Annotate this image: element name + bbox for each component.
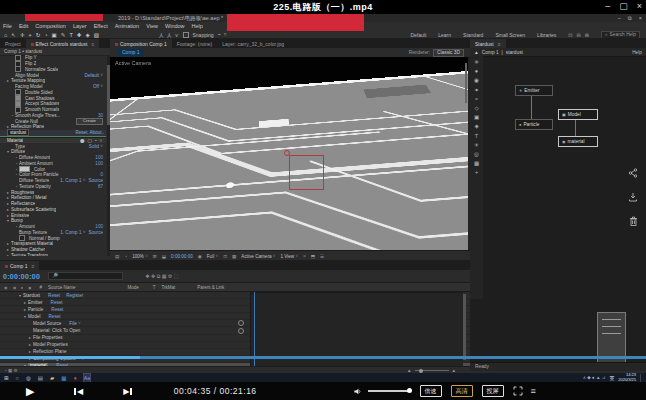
workspace-bar-icon-1[interactable]: ⊡ [568,32,572,38]
particle-node-tool-icon[interactable]: ● [475,68,478,74]
workspace-tab[interactable]: Learn [438,32,451,38]
reset-link[interactable]: Reset [49,314,61,319]
effect-property-row[interactable]: ▸ Texture Transform [0,253,106,257]
dropdown-value[interactable]: Solid [89,144,103,149]
menu-item[interactable]: View [146,23,158,29]
timeline-scrollbar[interactable] [463,294,466,360]
download-icon[interactable] [628,192,638,202]
file-explorer-icon[interactable]: ▰ [50,374,54,382]
stardust-breadcrumb-effect[interactable]: stardust [506,50,523,55]
puppet-advanced-tool-icon[interactable]: 人 [167,32,172,38]
previous-button[interactable]: ◀ [74,387,83,396]
reset-link[interactable]: Reset [56,363,68,366]
create-button[interactable]: Create [76,118,103,125]
menu-item[interactable]: Composition [35,23,66,29]
seek-bar[interactable] [0,356,646,359]
resolution-select[interactable]: Full [207,254,218,259]
tray-icons[interactable]: ∧ ◆ ● ▲ ⊿ [583,375,606,380]
input-language-indicator[interactable]: 英 [609,375,614,381]
workspace-tab[interactable]: Default [410,32,426,38]
node-material[interactable]: ◉ material [558,136,598,147]
tab-effect-controls[interactable]: Effect Controls stardust ≡ [26,39,100,48]
renderer-value[interactable]: Classic 3D [433,49,464,57]
comp-timecode[interactable]: 0:00:00:00 [171,254,193,259]
comp-tab[interactable]: Footage: (none) [172,39,218,48]
col-trkmat[interactable]: TrkMat [161,285,175,290]
menu-item[interactable]: Effect [94,23,108,29]
start-icon[interactable]: ⊞ [4,374,9,382]
col-mode[interactable]: Mode [127,285,138,290]
player-option-button[interactable]: 倍速 [420,385,442,397]
workspace-overflow-icon[interactable]: ⊞ [585,32,589,38]
node-model[interactable]: ▣ Model [558,109,598,120]
effect-property-row[interactable]: Material ⬤ ◯ ▪ ≡ [0,137,106,144]
extra-link[interactable]: Register [66,293,83,298]
timeline-ruler[interactable]: 01s02s03s04s05s [250,292,462,293]
player-option-button[interactable]: 投屏 [482,385,504,397]
checkbox[interactable] [15,107,21,113]
force-node-tool-icon[interactable]: ≈ [475,96,478,102]
tab-project[interactable]: Project [0,39,26,48]
comp-breadcrumb[interactable]: Comp 1 [118,49,144,56]
workspace-tab[interactable]: Standard [463,32,483,38]
menu-item[interactable]: Animation [115,23,139,29]
effect-property-row[interactable]: stardust Reset About.. [0,130,106,137]
fullscreen-icon[interactable] [513,386,523,396]
viewport-scrollbar[interactable] [465,63,467,103]
workspace-bar-icon-2[interactable]: ⊟ [577,32,581,38]
snap-edges-icon[interactable]: ⌁ [218,31,221,38]
zoom-select[interactable]: 100% [132,254,148,259]
menu-item[interactable]: Window [165,23,185,29]
player-option-button[interactable]: 高清 [451,385,473,397]
checkbox[interactable] [15,66,21,72]
grid-icon[interactable]: ⊞ [153,254,157,259]
emitter-node-tool-icon[interactable]: ✳ [474,59,479,65]
reset-link[interactable]: Reset [48,293,60,298]
hand-icon[interactable]: ◔ [124,254,127,259]
numeric-value[interactable]: 100 [95,155,103,160]
menu-item[interactable]: Edit [19,23,28,29]
roto-brush-tool-icon[interactable]: ⋎ [175,32,179,38]
menu-item[interactable]: Layer [73,23,87,29]
view-layout-select[interactable]: 1 View [280,254,298,259]
model-node-tool-icon[interactable]: ▣ [474,114,479,120]
volume-slider[interactable] [368,390,410,392]
menu-item[interactable]: File [3,23,12,29]
timeline-icon[interactable]: ⬒ [311,254,315,259]
volume-icon[interactable] [353,387,362,396]
numeric-value[interactable]: 0 [100,172,103,177]
play-button[interactable]: ▶ [26,382,34,400]
color-swatch[interactable] [19,166,30,172]
light-node-tool-icon[interactable]: T [475,133,478,139]
snap-features-icon[interactable]: ⌗ [224,31,227,38]
tab-timeline-comp1[interactable]: Comp 1 ≡ [0,261,39,270]
timeline-track-area[interactable] [250,292,463,366]
snapping-checkbox[interactable] [183,32,189,38]
app-blue-icon[interactable]: ▦ [61,374,66,382]
menu-item[interactable]: Help [192,23,203,29]
reset-link[interactable]: Reset [75,130,87,135]
share-nodes-icon[interactable] [628,168,638,178]
stopwatch-icon[interactable] [238,328,244,334]
timeline-timecode[interactable]: 0:00:00:00 [3,273,40,280]
timeline-search-input[interactable]: 🔎 [48,272,123,280]
deflector-node-tool-icon[interactable]: ◇ [474,105,478,111]
node-emitter[interactable]: ✳ Emitter [515,85,553,96]
comp-tab[interactable]: Composition Comp 1 [110,39,172,48]
reset-link[interactable]: Reset [51,300,63,305]
checkbox[interactable] [19,235,25,241]
camera-node-tool-icon[interactable]: ◎ [474,151,479,157]
panel-menu-icon[interactable]: ≡ [32,263,35,269]
flowchart-icon[interactable]: ☰ [320,254,324,259]
layer-anchor-point[interactable] [284,150,290,156]
next-button[interactable]: ▶ [123,387,132,396]
stopwatch-icon[interactable] [238,320,244,326]
dropdown-value[interactable]: Default [84,73,103,78]
show-desktop-button[interactable] [640,374,643,382]
add-node-tool-icon[interactable]: + [475,169,478,175]
dropdown-value[interactable]: Off [93,84,103,89]
replica-node-tool-icon[interactable]: ◉ [474,77,479,83]
dropdown-source[interactable]: Source [88,178,103,183]
ae-restore-icon[interactable]: ⧉ [628,14,632,22]
numeric-value[interactable]: 100 [95,161,103,166]
